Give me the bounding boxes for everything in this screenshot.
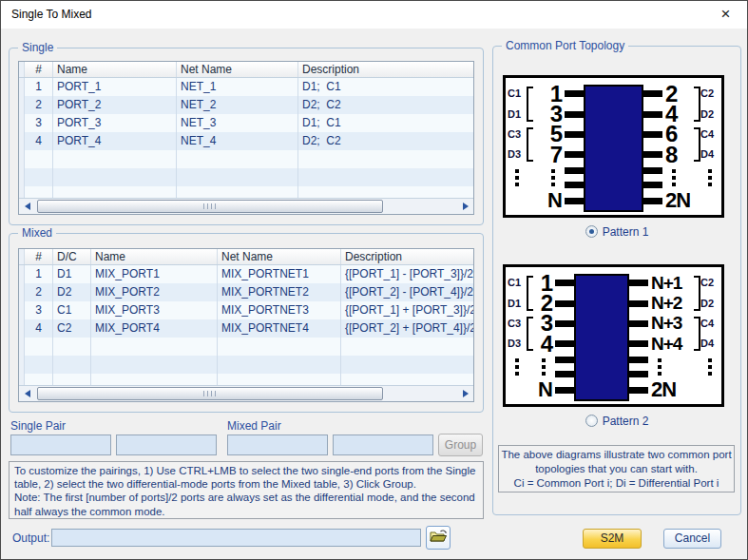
pin-bar bbox=[565, 151, 584, 158]
table-row[interactable]: 1 PORT_1 NET_1 D1; C1 bbox=[19, 78, 473, 96]
pin-bar bbox=[555, 320, 574, 327]
pin-bar bbox=[629, 280, 648, 286]
s2m-button[interactable]: S2M bbox=[583, 529, 642, 549]
open-folder-icon bbox=[430, 529, 448, 547]
pattern-1-radio-label: Pattern 1 bbox=[603, 225, 649, 239]
pin-bar bbox=[629, 387, 648, 394]
pin-bar bbox=[565, 90, 584, 97]
ellipsis-icon bbox=[508, 169, 527, 186]
table-row[interactable]: 1 D1 MIX_PORT1 MIX_PORTNET1 {[PORT_1] - … bbox=[19, 265, 473, 283]
bracket bbox=[694, 317, 700, 352]
pin-bar bbox=[643, 198, 662, 204]
pattern-2-radio[interactable] bbox=[585, 415, 598, 427]
output-label: Output: bbox=[12, 531, 49, 545]
pattern-1-option[interactable]: Pattern 1 bbox=[493, 224, 740, 239]
chip-body bbox=[584, 85, 643, 212]
empty-row bbox=[19, 150, 473, 168]
ellipsis-icon bbox=[700, 169, 719, 186]
column-header: Description bbox=[298, 62, 473, 77]
close-icon[interactable]: × bbox=[704, 1, 747, 29]
instructions-line-1: To customize the pairings, 1) Use CTRL+L… bbox=[14, 464, 478, 491]
empty-row bbox=[19, 356, 473, 374]
single-pair-label: Single Pair bbox=[10, 419, 66, 433]
scroll-left-arrow-icon[interactable] bbox=[19, 199, 35, 214]
table-row[interactable]: 4 PORT_4 NET_4 D2; C2 bbox=[19, 132, 473, 150]
ellipsis-icon bbox=[648, 358, 692, 376]
single-pair-field-2[interactable] bbox=[116, 434, 217, 455]
scrollbar-thumb[interactable] bbox=[37, 200, 383, 213]
pin-bar bbox=[565, 198, 584, 204]
pin-bar bbox=[555, 387, 574, 394]
scroll-left-arrow-icon[interactable] bbox=[19, 386, 35, 401]
single-table-header: # Name Net Name Description bbox=[19, 62, 473, 78]
pin-bar bbox=[643, 90, 662, 97]
table-row[interactable]: 2 PORT_2 NET_2 D2; C2 bbox=[19, 96, 473, 114]
scroll-right-arrow-icon[interactable] bbox=[457, 386, 473, 401]
table-row[interactable]: 4 C2 MIX_PORT4 MIX_PORTNET4 {[PORT_2] + … bbox=[19, 319, 473, 338]
pattern-1-diagram: C1D1 1 3 C3D3 5 7 bbox=[503, 75, 724, 218]
table-row[interactable]: 3 C1 MIX_PORT3 MIX_PORTNET3 {[PORT_1] + … bbox=[19, 301, 473, 319]
ellipsis-icon bbox=[535, 358, 555, 376]
pin-bar bbox=[643, 151, 662, 158]
pattern-2-option[interactable]: Pattern 2 bbox=[493, 414, 740, 428]
pin-bar bbox=[555, 280, 574, 286]
scrollbar-track[interactable] bbox=[35, 199, 457, 214]
single-to-mixed-dialog: Single To Mixed × Single # Name Net Name… bbox=[0, 0, 748, 560]
pin-bar bbox=[629, 320, 648, 327]
mixed-table: # D/C Name Net Name Description 1 D1 MIX… bbox=[18, 248, 474, 402]
mixed-group: Mixed # D/C Name Net Name Description 1 … bbox=[9, 233, 484, 413]
topology-group-label: Common Port Topology bbox=[502, 39, 628, 52]
column-header: Net Name bbox=[218, 249, 341, 264]
output-path-field[interactable] bbox=[51, 529, 421, 547]
mixed-pair-field-1[interactable] bbox=[227, 434, 328, 455]
single-table: # Name Net Name Description 1 PORT_1 NET… bbox=[18, 61, 474, 215]
pin-bar bbox=[629, 300, 648, 307]
scroll-right-arrow-icon[interactable] bbox=[457, 199, 473, 214]
column-header: Net Name bbox=[177, 62, 298, 77]
pin-bar bbox=[555, 340, 574, 347]
column-header: D/C bbox=[53, 249, 91, 264]
bracket bbox=[527, 276, 533, 311]
table-row[interactable]: 3 PORT_3 NET_3 D1; C1 bbox=[19, 114, 473, 132]
horizontal-scrollbar bbox=[19, 198, 473, 214]
cancel-button[interactable]: Cancel bbox=[663, 529, 721, 549]
mixed-pair-field-2[interactable] bbox=[333, 434, 433, 455]
mixed-table-rows: 1 D1 MIX_PORT1 MIX_PORTNET1 {[PORT_1] - … bbox=[19, 265, 473, 385]
bracket bbox=[694, 127, 700, 163]
table-row[interactable]: 2 D2 MIX_PORT2 MIX_PORTNET2 {[PORT_2] - … bbox=[19, 283, 473, 301]
dialog-body: Single # Name Net Name Description 1 POR… bbox=[1, 29, 747, 559]
ellipsis-icon bbox=[662, 169, 692, 186]
pattern-2-radio-label: Pattern 2 bbox=[603, 415, 649, 428]
single-group: Single # Name Net Name Description 1 POR… bbox=[9, 48, 484, 225]
instructions-line-2: Note: The first [number of ports]/2 port… bbox=[14, 491, 478, 517]
bracket bbox=[694, 87, 700, 122]
bracket bbox=[527, 317, 533, 352]
single-table-rows: 1 PORT_1 NET_1 D1; C1 2 PORT_2 NET_2 D2;… bbox=[19, 78, 473, 198]
window-title: Single To Mixed bbox=[11, 1, 92, 29]
topology-group: Common Port Topology C1D1 1 3 C3D3 bbox=[492, 46, 741, 515]
bracket bbox=[527, 87, 533, 122]
ellipsis-icon bbox=[535, 169, 565, 186]
pattern-1-radio[interactable] bbox=[585, 225, 598, 238]
column-header: Description bbox=[341, 249, 473, 264]
empty-row bbox=[19, 168, 473, 186]
pattern-2-diagram: C1D1 1 2 C3D3 3 4 bbox=[503, 264, 724, 407]
scrollbar-track[interactable] bbox=[35, 386, 457, 401]
mixed-group-label: Mixed bbox=[18, 226, 56, 240]
column-header: # bbox=[25, 62, 53, 77]
pin-bar bbox=[643, 131, 662, 138]
column-header: Name bbox=[53, 62, 177, 77]
browse-button[interactable] bbox=[426, 526, 451, 550]
empty-row bbox=[19, 186, 473, 198]
pin-bar bbox=[629, 340, 648, 347]
scrollbar-thumb[interactable] bbox=[37, 387, 383, 400]
group-button[interactable]: Group bbox=[438, 434, 483, 456]
horizontal-scrollbar bbox=[19, 385, 473, 401]
single-group-label: Single bbox=[18, 41, 57, 54]
pin-bar bbox=[643, 111, 662, 118]
ellipsis-icon bbox=[700, 358, 719, 376]
empty-row bbox=[19, 374, 473, 385]
mixed-pair-label: Mixed Pair bbox=[227, 419, 281, 433]
single-pair-field-1[interactable] bbox=[10, 434, 111, 455]
column-header: Name bbox=[91, 249, 218, 264]
